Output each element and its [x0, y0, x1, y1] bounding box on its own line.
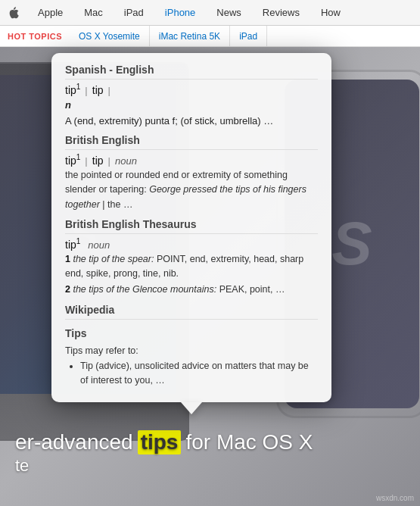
watermark: wsxdn.com [376, 494, 414, 502]
spanish-english-title: Spanish - English [65, 64, 318, 80]
thesaurus-italic1: the tip of the spear: [73, 254, 154, 264]
thesaurus-text2: PEAK, point, … [219, 284, 285, 295]
british-sup: 1 [76, 153, 81, 161]
thesaurus-num2: 2 [65, 284, 70, 295]
british-ellipsis: the … [107, 199, 132, 210]
hot-topics-label: HOT TOPICS [8, 32, 62, 41]
wikipedia-body: Tips Tips may refer to: Tip (advice), un… [65, 326, 318, 389]
wikipedia-section: Wikipedia Tips Tips may refer to: Tip (a… [65, 304, 318, 389]
spanish-english-word-line: tip1 | tip | [65, 83, 318, 96]
page-headline: er-advanced tips for Mac OS X te [0, 430, 420, 476]
british-english-word-line: tip1 | tip | noun [65, 153, 318, 167]
nav-item-apple[interactable]: Apple [27, 0, 73, 26]
thesaurus-sup: 1 [76, 237, 81, 245]
thesaurus-italic2: the tips of the Glencoe mountains: [73, 284, 216, 295]
nav-bar: Apple Mac iPad iPhone News Reviews How [0, 0, 420, 26]
headline-line-1: er-advanced tips for Mac OS X [15, 430, 405, 454]
hot-topics-bar: HOT TOPICS OS X Yosemite iMac Retina 5K … [0, 26, 420, 47]
british-english-title: British English [65, 134, 318, 150]
british-tip-word: tip1 [65, 153, 80, 167]
british-sep2: | [108, 155, 110, 167]
british-tip-word2: tip [92, 155, 104, 167]
spanish-pos: n [65, 99, 318, 111]
thesaurus-tip-word: tip1 [65, 237, 80, 251]
nav-item-reviews[interactable]: Reviews [252, 0, 310, 26]
headline-tips-word: tips [138, 430, 182, 454]
hot-topic-yosemite[interactable]: OS X Yosemite [70, 26, 150, 47]
apple-logo-icon [8, 7, 20, 19]
thesaurus-num1: 1 [65, 254, 70, 264]
british-thesaurus-word-line: tip1 noun [65, 237, 318, 251]
nav-item-how[interactable]: How [310, 0, 351, 26]
spanish-sup: 1 [76, 83, 81, 91]
wikipedia-category: Tips [65, 326, 318, 342]
wikipedia-list: Tip (advice), unsolicited advice on matt… [65, 359, 318, 389]
nav-item-iphone[interactable]: iPhone [154, 0, 206, 26]
hot-topic-ipad[interactable]: iPad [230, 26, 267, 47]
british-thesaurus-title: British English Thesaurus [65, 218, 318, 234]
british-definition: the pointed or rounded end or extremity … [65, 168, 318, 212]
spanish-sep1: | [85, 85, 87, 96]
thesaurus-entry1: 1 the tip of the spear: POINT, end, extr… [65, 252, 318, 282]
british-pos: noun [115, 155, 137, 167]
thesaurus-entry2: 2 the tips of the Glencoe mountains: PEA… [65, 283, 318, 297]
nav-item-ipad[interactable]: iPad [114, 0, 154, 26]
spanish-sep2: | [108, 85, 110, 96]
nav-item-news[interactable]: News [206, 0, 252, 26]
spanish-tip-word2: tip [92, 84, 104, 96]
wikipedia-item-0: Tip (advice), unsolicited advice on matt… [80, 359, 318, 389]
spanish-entry: A (end, extremity) punta f; (of stick, u… [65, 114, 318, 129]
hot-topic-imac-retina[interactable]: iMac Retina 5K [150, 26, 230, 47]
wikipedia-intro: Tips may refer to: [65, 344, 318, 358]
thesaurus-pos: noun [88, 239, 110, 251]
headline-line-2: te [15, 456, 405, 476]
dictionary-popup: Spanish - English tip1 | tip | n A (end,… [51, 53, 331, 402]
wikipedia-title: Wikipedia [65, 304, 318, 320]
nav-item-mac[interactable]: Mac [73, 0, 114, 26]
british-sep1: | [85, 155, 87, 167]
spanish-tip-word: tip1 [65, 83, 80, 96]
headline-prefix: er-advanced [15, 430, 133, 454]
headline-suffix: for Mac OS X [185, 430, 313, 454]
